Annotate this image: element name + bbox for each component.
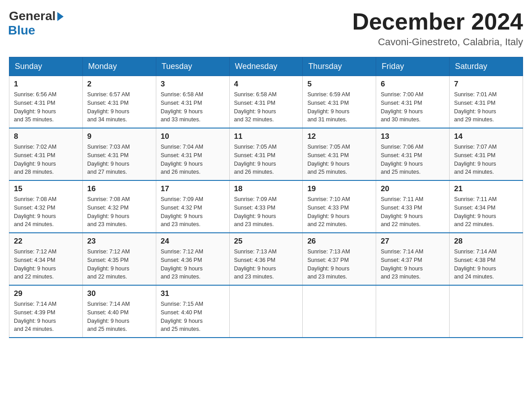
day-info: Sunrise: 6:56 AMSunset: 4:31 PMDaylight:… [14, 90, 78, 124]
day-info: Sunrise: 6:59 AMSunset: 4:31 PMDaylight:… [307, 90, 371, 124]
day-info: Sunrise: 7:05 AMSunset: 4:31 PMDaylight:… [307, 143, 371, 176]
calendar-cell: 18Sunrise: 7:09 AMSunset: 4:33 PMDayligh… [229, 180, 303, 233]
day-number: 13 [381, 132, 445, 141]
logo-arrow-icon [57, 12, 64, 21]
day-info: Sunrise: 7:12 AMSunset: 4:36 PMDaylight:… [161, 248, 225, 281]
calendar-cell: 12Sunrise: 7:05 AMSunset: 4:31 PMDayligh… [303, 128, 376, 180]
calendar-cell: 10Sunrise: 7:04 AMSunset: 4:31 PMDayligh… [156, 128, 229, 180]
day-info: Sunrise: 7:01 AMSunset: 4:31 PMDaylight:… [454, 90, 518, 124]
calendar-cell: 29Sunrise: 7:14 AMSunset: 4:39 PMDayligh… [9, 285, 83, 338]
logo-blue-text: Blue [8, 23, 35, 38]
day-number: 30 [87, 289, 151, 298]
calendar-cell: 16Sunrise: 7:08 AMSunset: 4:32 PMDayligh… [82, 180, 156, 233]
day-number: 14 [454, 132, 518, 141]
day-number: 15 [14, 184, 78, 193]
calendar-cell: 30Sunrise: 7:14 AMSunset: 4:40 PMDayligh… [82, 285, 156, 338]
calendar-cell [376, 285, 450, 338]
column-header-sunday: Sunday [9, 57, 83, 76]
day-info: Sunrise: 7:13 AMSunset: 4:37 PMDaylight:… [307, 248, 371, 281]
day-number: 5 [307, 80, 371, 89]
week-row-3: 15Sunrise: 7:08 AMSunset: 4:32 PMDayligh… [9, 180, 523, 233]
day-info: Sunrise: 6:58 AMSunset: 4:31 PMDaylight:… [234, 90, 298, 124]
calendar-cell: 3Sunrise: 6:58 AMSunset: 4:31 PMDaylight… [156, 76, 229, 128]
calendar-cell: 2Sunrise: 6:57 AMSunset: 4:31 PMDaylight… [82, 76, 156, 128]
location-subtitle: Cavoni-Ginestreto, Calabria, Italy [352, 36, 523, 48]
day-info: Sunrise: 7:04 AMSunset: 4:31 PMDaylight:… [161, 143, 225, 176]
day-info: Sunrise: 7:11 AMSunset: 4:33 PMDaylight:… [381, 195, 445, 229]
week-row-4: 22Sunrise: 7:12 AMSunset: 4:34 PMDayligh… [9, 233, 523, 285]
calendar-cell [229, 285, 303, 338]
day-info: Sunrise: 7:00 AMSunset: 4:31 PMDaylight:… [381, 90, 445, 124]
week-row-5: 29Sunrise: 7:14 AMSunset: 4:39 PMDayligh… [9, 285, 523, 338]
day-info: Sunrise: 7:14 AMSunset: 4:38 PMDaylight:… [454, 248, 518, 281]
day-number: 9 [87, 132, 151, 141]
logo: General Blue [9, 9, 64, 38]
calendar-cell: 26Sunrise: 7:13 AMSunset: 4:37 PMDayligh… [303, 233, 376, 285]
day-info: Sunrise: 7:07 AMSunset: 4:31 PMDaylight:… [454, 143, 518, 176]
day-number: 27 [381, 237, 445, 246]
day-number: 17 [161, 184, 225, 193]
day-info: Sunrise: 7:14 AMSunset: 4:39 PMDaylight:… [14, 300, 78, 334]
day-number: 2 [87, 80, 151, 89]
calendar-cell: 6Sunrise: 7:00 AMSunset: 4:31 PMDaylight… [376, 76, 450, 128]
day-number: 29 [14, 289, 78, 298]
calendar-cell [303, 285, 376, 338]
column-header-thursday: Thursday [303, 57, 376, 76]
day-number: 7 [454, 80, 518, 89]
day-number: 31 [161, 289, 225, 298]
calendar-cell: 7Sunrise: 7:01 AMSunset: 4:31 PMDaylight… [450, 76, 523, 128]
day-info: Sunrise: 7:12 AMSunset: 4:34 PMDaylight:… [14, 248, 78, 281]
calendar-cell: 28Sunrise: 7:14 AMSunset: 4:38 PMDayligh… [450, 233, 523, 285]
calendar-cell: 19Sunrise: 7:10 AMSunset: 4:33 PMDayligh… [303, 180, 376, 233]
day-info: Sunrise: 7:02 AMSunset: 4:31 PMDaylight:… [14, 143, 78, 176]
title-section: December 2024 Cavoni-Ginestreto, Calabri… [352, 9, 523, 48]
column-header-saturday: Saturday [450, 57, 523, 76]
day-info: Sunrise: 7:05 AMSunset: 4:31 PMDaylight:… [234, 143, 298, 176]
day-info: Sunrise: 7:11 AMSunset: 4:34 PMDaylight:… [454, 195, 518, 229]
day-info: Sunrise: 6:57 AMSunset: 4:31 PMDaylight:… [87, 90, 151, 124]
calendar-cell: 1Sunrise: 6:56 AMSunset: 4:31 PMDaylight… [9, 76, 83, 128]
day-number: 12 [307, 132, 371, 141]
day-info: Sunrise: 7:13 AMSunset: 4:36 PMDaylight:… [234, 248, 298, 281]
week-row-1: 1Sunrise: 6:56 AMSunset: 4:31 PMDaylight… [9, 76, 523, 128]
calendar-table: SundayMondayTuesdayWednesdayThursdayFrid… [9, 57, 523, 338]
day-info: Sunrise: 7:06 AMSunset: 4:31 PMDaylight:… [381, 143, 445, 176]
calendar-cell: 22Sunrise: 7:12 AMSunset: 4:34 PMDayligh… [9, 233, 83, 285]
day-info: Sunrise: 7:14 AMSunset: 4:40 PMDaylight:… [87, 300, 151, 334]
calendar-cell: 20Sunrise: 7:11 AMSunset: 4:33 PMDayligh… [376, 180, 450, 233]
day-number: 26 [307, 237, 371, 246]
calendar-cell: 14Sunrise: 7:07 AMSunset: 4:31 PMDayligh… [450, 128, 523, 180]
calendar-cell: 8Sunrise: 7:02 AMSunset: 4:31 PMDaylight… [9, 128, 83, 180]
day-number: 25 [234, 237, 298, 246]
day-info: Sunrise: 7:09 AMSunset: 4:33 PMDaylight:… [234, 195, 298, 229]
day-number: 24 [161, 237, 225, 246]
day-info: Sunrise: 7:15 AMSunset: 4:40 PMDaylight:… [161, 300, 225, 334]
day-number: 28 [454, 237, 518, 246]
day-number: 22 [14, 237, 78, 246]
calendar-cell: 24Sunrise: 7:12 AMSunset: 4:36 PMDayligh… [156, 233, 229, 285]
day-number: 10 [161, 132, 225, 141]
day-info: Sunrise: 6:58 AMSunset: 4:31 PMDaylight:… [161, 90, 225, 124]
day-info: Sunrise: 7:08 AMSunset: 4:32 PMDaylight:… [14, 195, 78, 229]
day-number: 19 [307, 184, 371, 193]
column-header-monday: Monday [82, 57, 156, 76]
calendar-cell: 17Sunrise: 7:09 AMSunset: 4:32 PMDayligh… [156, 180, 229, 233]
calendar-cell: 21Sunrise: 7:11 AMSunset: 4:34 PMDayligh… [450, 180, 523, 233]
week-row-2: 8Sunrise: 7:02 AMSunset: 4:31 PMDaylight… [9, 128, 523, 180]
day-number: 11 [234, 132, 298, 141]
day-number: 8 [14, 132, 78, 141]
day-number: 16 [87, 184, 151, 193]
column-header-friday: Friday [376, 57, 450, 76]
day-number: 21 [454, 184, 518, 193]
day-number: 4 [234, 80, 298, 89]
day-number: 18 [234, 184, 298, 193]
calendar-cell: 31Sunrise: 7:15 AMSunset: 4:40 PMDayligh… [156, 285, 229, 338]
day-info: Sunrise: 7:09 AMSunset: 4:32 PMDaylight:… [161, 195, 225, 229]
day-number: 23 [87, 237, 151, 246]
calendar-cell: 27Sunrise: 7:14 AMSunset: 4:37 PMDayligh… [376, 233, 450, 285]
day-info: Sunrise: 7:12 AMSunset: 4:35 PMDaylight:… [87, 248, 151, 281]
calendar-cell: 15Sunrise: 7:08 AMSunset: 4:32 PMDayligh… [9, 180, 83, 233]
day-info: Sunrise: 7:08 AMSunset: 4:32 PMDaylight:… [87, 195, 151, 229]
day-number: 6 [381, 80, 445, 89]
day-info: Sunrise: 7:03 AMSunset: 4:31 PMDaylight:… [87, 143, 151, 176]
